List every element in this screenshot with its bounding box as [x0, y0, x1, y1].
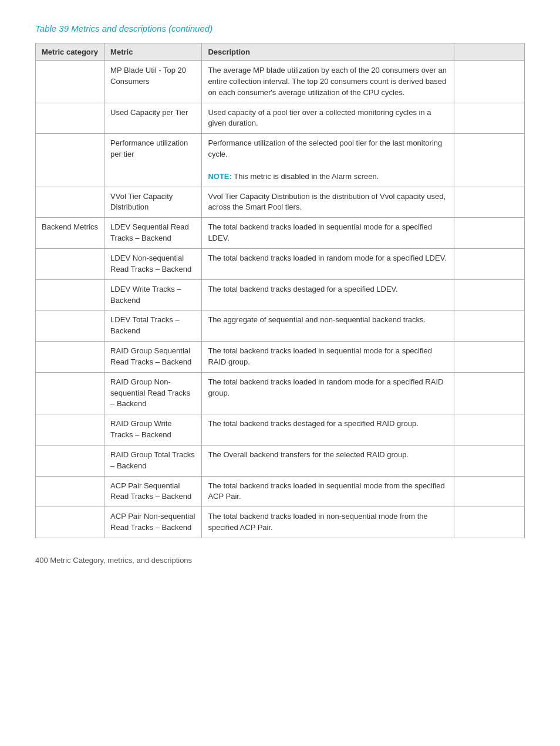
cell-category	[36, 414, 104, 445]
cell-description: The total backend tracks loaded in seque…	[202, 476, 454, 507]
col-header-extra	[454, 43, 525, 61]
table-title: Table 39 Metrics and descriptions (conti…	[35, 23, 525, 33]
cell-description: The total backend tracks destaged for a …	[202, 279, 454, 310]
cell-metric: VVol Tier Capacity Distribution	[104, 187, 202, 218]
description-text: The total backend tracks loaded in rando…	[208, 377, 443, 397]
table-row: MP Blade Util - Top 20 ConsumersThe aver…	[36, 61, 525, 103]
cell-category: Backend Metrics	[36, 218, 104, 249]
col-header-metric: Metric	[104, 43, 202, 61]
cell-description: The Overall backend transfers for the se…	[202, 445, 454, 476]
cell-category	[36, 445, 104, 476]
cell-description: The total backend tracks destaged for a …	[202, 414, 454, 445]
cell-extra	[454, 342, 525, 373]
table-title-suffix: (continued)	[168, 23, 212, 33]
table-row: LDEV Non-sequential Read Tracks – Backen…	[36, 248, 525, 279]
cell-category	[36, 134, 104, 187]
table-row: Performance utilization per tierPerforma…	[36, 134, 525, 187]
cell-metric: RAID Group Total Tracks – Backend	[104, 445, 202, 476]
cell-description: The total backend tracks loaded in rando…	[202, 372, 454, 414]
table-row: VVol Tier Capacity DistributionVvol Tier…	[36, 187, 525, 218]
cell-metric: ACP Pair Sequential Read Tracks – Backen…	[104, 476, 202, 507]
table-row: RAID Group Sequential Read Tracks – Back…	[36, 342, 525, 373]
cell-description: The total backend tracks loaded in seque…	[202, 218, 454, 249]
cell-metric: ACP Pair Non-sequential Read Tracks – Ba…	[104, 507, 202, 538]
page-footer: 400 Metric Category, metrics, and descri…	[35, 556, 525, 565]
cell-category	[36, 103, 104, 134]
cell-extra	[454, 507, 525, 538]
description-text: The Overall backend transfers for the se…	[208, 450, 409, 459]
cell-category	[36, 372, 104, 414]
cell-metric: RAID Group Non-sequential Read Tracks – …	[104, 372, 202, 414]
cell-metric: RAID Group Sequential Read Tracks – Back…	[104, 342, 202, 373]
table-row: Used Capacity per TierUsed capacity of a…	[36, 103, 525, 134]
cell-extra	[454, 187, 525, 218]
description-text: Used capacity of a pool tier over a coll…	[208, 108, 431, 128]
table-header-row: Metric category Metric Description	[36, 43, 525, 61]
note-label: NOTE:	[208, 172, 231, 181]
table-row: Backend MetricsLDEV Sequential Read Trac…	[36, 218, 525, 249]
cell-extra	[454, 279, 525, 310]
cell-category	[36, 279, 104, 310]
cell-metric: LDEV Total Tracks – Backend	[104, 310, 202, 342]
cell-description: The total backend tracks loaded in seque…	[202, 342, 454, 373]
cell-metric: Used Capacity per Tier	[104, 103, 202, 134]
cell-description: Used capacity of a pool tier over a coll…	[202, 103, 454, 134]
table-row: RAID Group Non-sequential Read Tracks – …	[36, 372, 525, 414]
col-header-category: Metric category	[36, 43, 104, 61]
table-row: LDEV Total Tracks – BackendThe aggregate…	[36, 310, 525, 342]
cell-metric: LDEV Write Tracks – Backend	[104, 279, 202, 310]
page-header: Table 39 Metrics and descriptions (conti…	[35, 23, 525, 33]
footer-text: 400 Metric Category, metrics, and descri…	[35, 556, 192, 565]
cell-extra	[454, 476, 525, 507]
description-text: The total backend tracks destaged for a …	[208, 419, 418, 428]
table-row: ACP Pair Sequential Read Tracks – Backen…	[36, 476, 525, 507]
description-text: Vvol Tier Capacity Distribution is the d…	[208, 192, 446, 212]
description-text: Performance utilization of the selected …	[208, 139, 442, 158]
cell-metric: MP Blade Util - Top 20 Consumers	[104, 61, 202, 103]
cell-category	[36, 507, 104, 538]
description-text: The aggregate of sequential and non-sequ…	[208, 315, 426, 324]
cell-category	[36, 310, 104, 342]
cell-description: The total backend tracks loaded in rando…	[202, 248, 454, 279]
cell-metric: Performance utilization per tier	[104, 134, 202, 187]
metrics-table: Metric category Metric Description MP Bl…	[35, 43, 525, 538]
table-row: RAID Group Write Tracks – BackendThe tot…	[36, 414, 525, 445]
cell-category	[36, 187, 104, 218]
table-title-main: Table 39 Metrics and descriptions	[35, 23, 166, 33]
table-row: ACP Pair Non-sequential Read Tracks – Ba…	[36, 507, 525, 538]
cell-description: The aggregate of sequential and non-sequ…	[202, 310, 454, 342]
table-row: RAID Group Total Tracks – BackendThe Ove…	[36, 445, 525, 476]
cell-extra	[454, 445, 525, 476]
description-text: The total backend tracks loaded in seque…	[208, 481, 444, 501]
cell-description: Vvol Tier Capacity Distribution is the d…	[202, 187, 454, 218]
cell-description: Performance utilization of the selected …	[202, 134, 454, 187]
cell-extra	[454, 248, 525, 279]
cell-metric: LDEV Non-sequential Read Tracks – Backen…	[104, 248, 202, 279]
cell-metric: RAID Group Write Tracks – Backend	[104, 414, 202, 445]
cell-description: The average MP blade utilization by each…	[202, 61, 454, 103]
note-content: This metric is disabled in the Alarm scr…	[232, 172, 379, 181]
cell-extra	[454, 372, 525, 414]
cell-extra	[454, 103, 525, 134]
note-text: NOTE: This metric is disabled in the Ala…	[208, 172, 379, 181]
cell-description: The total backend tracks loaded in non-s…	[202, 507, 454, 538]
cell-category	[36, 342, 104, 373]
description-text: The total backend tracks destaged for a …	[208, 285, 397, 293]
cell-extra	[454, 310, 525, 342]
table-row: LDEV Write Tracks – BackendThe total bac…	[36, 279, 525, 310]
col-header-description: Description	[202, 43, 454, 61]
description-text: The total backend tracks loaded in non-s…	[208, 512, 427, 532]
cell-extra	[454, 414, 525, 445]
cell-extra	[454, 218, 525, 249]
cell-category	[36, 476, 104, 507]
cell-metric: LDEV Sequential Read Tracks – Backend	[104, 218, 202, 249]
cell-extra	[454, 61, 525, 103]
description-text: The total backend tracks loaded in seque…	[208, 346, 432, 366]
description-text: The average MP blade utilization by each…	[208, 66, 447, 97]
description-text: The total backend tracks loaded in rando…	[208, 254, 446, 262]
description-text: The total backend tracks loaded in seque…	[208, 222, 432, 242]
cell-category	[36, 248, 104, 279]
cell-category	[36, 61, 104, 103]
cell-extra	[454, 134, 525, 187]
